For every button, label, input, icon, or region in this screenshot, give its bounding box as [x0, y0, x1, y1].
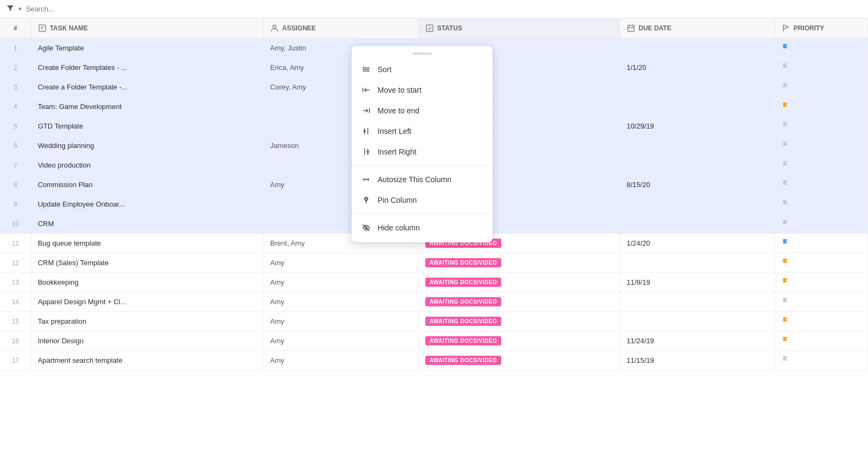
menu-item-label: Autosize This Column	[378, 175, 451, 184]
cell-duedate	[620, 136, 775, 156]
cell-status: AWAITING DOCS/VIDEO	[418, 292, 620, 312]
col-task-label: TASK NAME	[50, 24, 88, 32]
menu-item-move-to-start[interactable]: Move to start	[352, 80, 493, 100]
cell-status: AWAITING DOCS/VIDEO	[418, 351, 620, 370]
cell-status: AWAITING DOCS/VIDEO	[418, 253, 620, 273]
cell-num: 8	[0, 175, 31, 195]
col-assignee-label: ASSIGNEE	[282, 24, 316, 32]
cell-priority	[775, 331, 867, 351]
flag-icon	[782, 336, 789, 344]
menu-item-insert-left[interactable]: Insert Left	[352, 121, 493, 142]
cell-task: Interior Design	[31, 331, 263, 351]
cell-task: Video production	[31, 156, 263, 175]
menu-items-container: Sort Move to start Move to end Insert Le…	[352, 59, 493, 238]
search-input[interactable]	[26, 5, 135, 13]
cell-num: 14	[0, 292, 31, 312]
table-row[interactable]: 15 Tax preparation Amy AWAITING DOCS/VID…	[0, 312, 868, 331]
table-row[interactable]: 16 Interior Design Amy AWAITING DOCS/VID…	[0, 331, 868, 351]
sort-icon	[361, 65, 371, 74]
filter-icon[interactable]	[7, 4, 14, 14]
cell-priority	[775, 312, 867, 331]
svg-point-18	[365, 198, 367, 200]
flag-icon	[782, 141, 789, 149]
cell-task: CRM	[31, 214, 263, 234]
hide-icon	[361, 223, 371, 233]
menu-item-label: Sort	[378, 65, 392, 74]
cell-duedate	[620, 253, 775, 273]
flag-icon	[782, 102, 789, 110]
col-num-label: #	[14, 24, 17, 32]
status-icon	[425, 24, 434, 33]
menu-item-insert-right[interactable]: Insert Right	[352, 142, 493, 162]
flag-icon	[782, 43, 789, 51]
col-header-duedate[interactable]: DUE DATE	[620, 18, 775, 39]
cell-task: GTD Template	[31, 117, 263, 136]
assignee-icon	[270, 24, 279, 33]
calendar-icon	[627, 24, 635, 33]
svg-rect-5	[628, 25, 634, 31]
autosize-icon	[361, 175, 371, 184]
col-header-priority[interactable]: PRIORITY	[775, 18, 867, 39]
table-row[interactable]: 13 Bookkeeping Amy AWAITING DOCS/VIDEO 1…	[0, 273, 868, 292]
svg-rect-0	[39, 25, 46, 31]
cell-duedate: 8/15/20	[620, 175, 775, 195]
cell-priority	[775, 175, 867, 195]
flag-icon	[782, 82, 789, 90]
cell-priority	[775, 195, 867, 214]
cell-task: Create a Folder Template -...	[31, 78, 263, 97]
menu-item-label: Move to start	[378, 86, 422, 94]
cell-num: 17	[0, 351, 31, 370]
cell-num: 16	[0, 331, 31, 351]
insert-right-icon	[361, 147, 371, 157]
cell-duedate: 1/1/20	[620, 58, 775, 78]
table-row[interactable]: 12 CRM (Sales) Template Amy AWAITING DOC…	[0, 253, 868, 273]
menu-item-autosize[interactable]: Autosize This Column	[352, 169, 493, 190]
status-badge: AWAITING DOCS/VIDEO	[425, 297, 502, 306]
cell-task: Bug queue template	[31, 234, 263, 253]
col-header-task[interactable]: TASK NAME	[31, 18, 263, 39]
cell-num: 9	[0, 195, 31, 214]
cell-task: CRM (Sales) Template	[31, 253, 263, 273]
cell-status: AWAITING DOCS/VIDEO	[418, 331, 620, 351]
menu-divider	[352, 165, 493, 166]
flag-icon	[782, 219, 789, 227]
cell-duedate: 11/9/19	[620, 273, 775, 292]
move-start-icon	[361, 85, 371, 95]
cell-assignee: Amy	[264, 273, 419, 292]
status-badge: AWAITING DOCS/VIDEO	[425, 336, 502, 345]
table-row[interactable]: 17 Apartment search template Amy AWAITIN…	[0, 351, 868, 370]
menu-item-pin-column[interactable]: Pin Column	[352, 190, 493, 210]
col-priority-label: PRIORITY	[794, 24, 825, 32]
cell-num: 4	[0, 97, 31, 117]
menu-item-sort[interactable]: Sort	[352, 59, 493, 80]
toolbar: ▼	[0, 0, 868, 18]
col-header-num: #	[0, 18, 31, 39]
cell-priority	[775, 156, 867, 175]
cell-task: Commission Plan	[31, 175, 263, 195]
cell-assignee: Amy	[264, 292, 419, 312]
cell-task: Create Folder Templates - ...	[31, 58, 263, 78]
cell-duedate: 1/24/20	[620, 234, 775, 253]
filter-dropdown-arrow[interactable]: ▼	[17, 6, 23, 12]
col-header-assignee[interactable]: ASSIGNEE	[264, 18, 419, 39]
cell-priority	[775, 97, 867, 117]
cell-status: AWAITING DOCS/VIDEO	[418, 273, 620, 292]
move-end-icon	[361, 106, 371, 116]
cell-num: 13	[0, 273, 31, 292]
cell-duedate	[620, 156, 775, 175]
col-header-status[interactable]: STATUS	[418, 18, 620, 39]
cell-status: AWAITING DOCS/VIDEO	[418, 312, 620, 331]
menu-divider-hide	[352, 214, 493, 214]
cell-duedate	[620, 39, 775, 58]
cell-task: Team: Game Development	[31, 97, 263, 117]
cell-duedate: 11/24/19	[620, 331, 775, 351]
menu-item-hide-column[interactable]: Hide column	[352, 217, 493, 238]
cell-task: Update Employee Onboar...	[31, 195, 263, 214]
cell-priority	[775, 273, 867, 292]
cell-num: 1	[0, 39, 31, 58]
table-row[interactable]: 14 Apparel Design Mgmt + Cl... Amy AWAIT…	[0, 292, 868, 312]
cell-priority	[775, 214, 867, 234]
status-badge: AWAITING DOCS/VIDEO	[425, 356, 502, 365]
menu-item-move-to-end[interactable]: Move to end	[352, 100, 493, 121]
cell-priority	[775, 58, 867, 78]
